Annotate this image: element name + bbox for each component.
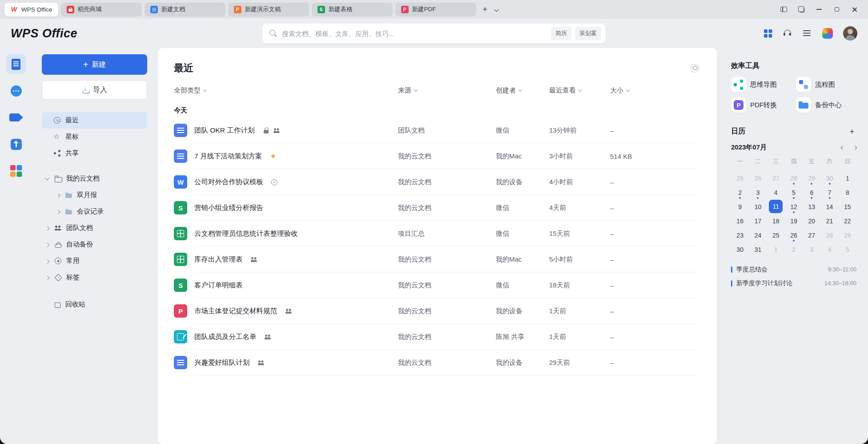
calendar-day[interactable]: 26 (786, 228, 801, 242)
tab-list-dropdown[interactable] (491, 3, 502, 16)
maximize-button[interactable] (828, 2, 846, 16)
calendar-day[interactable]: 13 (804, 200, 819, 214)
sidebar-item[interactable]: 星标 (42, 129, 147, 145)
calendar-day[interactable]: 23 (732, 228, 747, 242)
calendar-day[interactable]: 3 (750, 186, 765, 199)
support-icon[interactable] (783, 28, 792, 38)
filter-creator[interactable]: 创建者 (496, 86, 549, 95)
calendar-day[interactable]: 28 (822, 228, 837, 242)
calendar-day[interactable]: 5 (786, 186, 801, 199)
sidebar-tree-item[interactable]: 双月报 (42, 187, 147, 203)
file-row[interactable]: 7 月线下活动策划方案 我的云文档 我的Mac 3小时前 514 KB (174, 143, 699, 169)
tool-item[interactable]: 流程图 (796, 77, 856, 92)
sidebar-tree-item[interactable]: 我的云文档 (42, 170, 147, 187)
user-avatar[interactable] (843, 26, 857, 40)
file-row[interactable]: 云文档管理员信息统计表整理验收 项目汇总 微信 15天前 – (174, 221, 699, 246)
expand-arrow-icon[interactable] (55, 209, 60, 214)
membership-icon[interactable] (822, 28, 833, 39)
new-document-button[interactable]: 新建 (42, 54, 147, 75)
calendar-day[interactable]: 27 (768, 171, 784, 185)
calendar-day[interactable]: 7 (822, 186, 837, 199)
calendar-day[interactable]: 19 (786, 214, 801, 228)
calendar-day[interactable]: 28 (786, 171, 801, 185)
calendar-day[interactable]: 29 (804, 171, 819, 185)
file-row[interactable]: 公司对外合作协议模板 我的云文档 我的设备 4小时前 – (174, 169, 699, 195)
expand-arrow-icon[interactable] (44, 258, 50, 264)
menu-icon[interactable] (802, 28, 812, 38)
filter-size[interactable]: 大小 (610, 86, 699, 95)
calendar-day[interactable]: 17 (750, 214, 765, 228)
calendar-day[interactable]: 21 (822, 214, 837, 228)
calendar-day[interactable]: 5 (840, 242, 855, 256)
add-event-button[interactable] (848, 127, 856, 136)
rail-item-suite[interactable] (6, 161, 26, 181)
tool-item[interactable]: 思维导图 (731, 77, 792, 92)
calendar-day[interactable]: 1 (768, 242, 784, 256)
calendar-day[interactable]: 9 (732, 200, 747, 214)
calendar-day[interactable]: 25 (768, 228, 784, 242)
workspace-button[interactable] (792, 2, 810, 16)
calendar-day[interactable]: 11 (769, 200, 783, 213)
prev-month-icon[interactable] (841, 145, 844, 149)
calendar-day[interactable]: 26 (750, 171, 765, 185)
calendar-event[interactable]: 新季度学习计划讨论 14:30–16:00 (731, 276, 856, 290)
search-tag[interactable]: 简历 (551, 27, 571, 40)
calendar-day[interactable]: 30 (732, 242, 747, 256)
calendar-day[interactable]: 8 (840, 186, 855, 199)
calendar-day[interactable]: 18 (768, 214, 784, 228)
file-row[interactable]: 兴趣爱好组队计划 我的云文档 我的设备 29天前 – (174, 350, 699, 375)
calendar-day[interactable]: 16 (732, 214, 747, 228)
sidebar-tree-item[interactable]: 标签 (42, 269, 147, 286)
calendar-day[interactable]: 22 (840, 214, 855, 228)
window-tab[interactable]: 新建文档 (145, 3, 225, 16)
rail-item-chat[interactable] (6, 81, 26, 101)
tool-item[interactable]: PDF转换 (731, 97, 792, 113)
calendar-day[interactable]: 4 (768, 186, 784, 199)
calendar-day[interactable]: 25 (732, 171, 747, 185)
calendar-day[interactable]: 2 (786, 242, 801, 256)
rail-item-transfer[interactable] (6, 134, 26, 154)
calendar-day[interactable]: 4 (822, 242, 837, 256)
file-row[interactable]: 团队成员及分工名单 我的云文档 陈旭 共享 1天前 – (174, 324, 699, 350)
sidebar-toggle-button[interactable] (775, 2, 792, 16)
file-row[interactable]: 市场主体登记提交材料规范 我的云文档 我的设备 1天前 – (174, 298, 699, 324)
sidebar-tree-item[interactable]: 团队文档 (42, 220, 147, 236)
apps-grid-icon[interactable] (763, 28, 773, 38)
expand-arrow-icon[interactable] (55, 193, 60, 198)
calendar-day[interactable]: 10 (750, 200, 765, 214)
expand-arrow-icon[interactable] (44, 275, 50, 280)
expand-arrow-icon[interactable] (44, 226, 50, 231)
minimize-button[interactable] (810, 2, 828, 16)
next-month-icon[interactable] (853, 145, 857, 149)
tool-item[interactable]: 备份中心 (796, 97, 856, 113)
sidebar-item-trash[interactable]: 回收站 (42, 296, 147, 313)
window-tab[interactable]: WPS Office (4, 3, 58, 16)
filter-type[interactable]: 全部类型 (174, 86, 398, 95)
import-button[interactable]: 导入 (42, 80, 147, 100)
close-button[interactable] (846, 2, 864, 16)
calendar-day[interactable]: 20 (804, 214, 819, 228)
sidebar-tree-item[interactable]: 会议记录 (42, 203, 147, 220)
sidebar-item[interactable]: 共享 (42, 145, 147, 161)
window-tab[interactable]: 新建表格 (312, 3, 393, 16)
settings-gear-icon[interactable] (691, 64, 699, 73)
calendar-event[interactable]: 季度总结会 9:30–11:00 (731, 262, 856, 276)
calendar-day[interactable]: 24 (750, 228, 765, 242)
global-search-bar[interactable]: 简历策划案 (262, 24, 606, 43)
rail-item-docs[interactable] (6, 54, 26, 74)
calendar-day[interactable]: 15 (840, 200, 855, 214)
sidebar-item[interactable]: 最近 (42, 112, 147, 129)
file-row[interactable]: 库存出入管理表 我的云文档 我的Mac 5小时前 – (174, 246, 699, 272)
file-row[interactable]: 团队 OKR 工作计划 团队文档 微信 13分钟前 – (174, 117, 699, 143)
calendar-day[interactable]: 3 (804, 242, 819, 256)
calendar-day[interactable]: 2 (732, 186, 747, 199)
calendar-day[interactable]: 31 (750, 242, 765, 256)
new-tab-button[interactable] (479, 3, 491, 16)
window-tab[interactable]: 新建演示文稿 (228, 3, 309, 16)
calendar-day[interactable]: 14 (822, 200, 837, 214)
rail-item-meeting[interactable] (6, 108, 26, 127)
calendar-day[interactable]: 1 (840, 171, 855, 185)
calendar-day[interactable]: 30 (822, 171, 837, 185)
calendar-day[interactable]: 12 (786, 200, 801, 214)
calendar-day[interactable]: 6 (804, 186, 819, 199)
